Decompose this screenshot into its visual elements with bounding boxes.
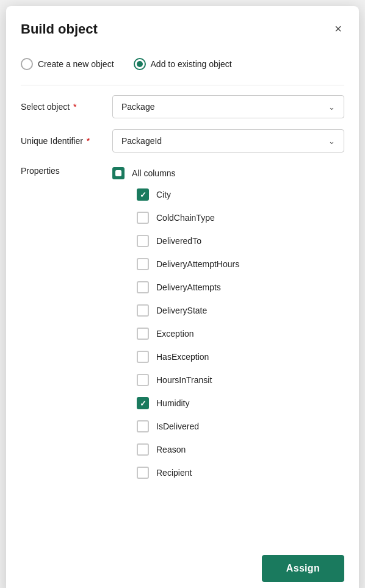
deliveredto-label: DeliveredTo (156, 236, 201, 246)
all-columns-label: All columns (132, 168, 176, 178)
isdelivered-checkbox[interactable] (137, 420, 149, 432)
list-item: Humidity (112, 392, 239, 415)
deliveredto-checkbox[interactable] (137, 235, 149, 247)
unique-identifier-label: Unique Identifier * (21, 136, 112, 146)
unique-identifier-dropdown[interactable]: PackageId ⌄ (112, 129, 344, 152)
unique-identifier-field: Unique Identifier * PackageId ⌄ (21, 129, 344, 152)
add-to-existing-radio[interactable]: Add to existing object (134, 58, 232, 70)
coldchaintype-checkbox[interactable] (137, 212, 149, 224)
recipient-label: Recipient (156, 468, 192, 478)
divider (21, 85, 344, 85)
build-object-dialog: Build object × Create a new object Add t… (6, 6, 359, 588)
humidity-label: Humidity (156, 398, 189, 408)
unique-identifier-value: PackageId (121, 136, 162, 146)
radio-circle-create (21, 58, 33, 70)
hasexception-label: HasException (156, 352, 209, 362)
list-item: DeliveryAttempts (112, 276, 239, 299)
select-object-value: Package (121, 102, 154, 112)
dropdown-arrow-id: ⌄ (328, 137, 335, 146)
exception-checkbox[interactable] (137, 328, 149, 340)
list-item: Recipient (112, 461, 239, 484)
close-icon: × (334, 22, 342, 36)
hoursintransit-checkbox[interactable] (137, 374, 149, 386)
hoursintransit-label: HoursInTransit (156, 375, 212, 385)
coldchaintype-label: ColdChainType (156, 213, 215, 223)
reason-label: Reason (156, 445, 186, 454)
select-object-field: Select object * Package ⌄ (21, 95, 344, 118)
list-item: City (112, 183, 239, 206)
dialog-body: Create a new object Add to existing obje… (6, 48, 359, 545)
list-item: ColdChainType (112, 206, 239, 229)
properties-label: Properties (21, 163, 112, 176)
required-star-id: * (84, 136, 90, 146)
list-item: HoursInTransit (112, 368, 239, 392)
assign-button[interactable]: Assign (262, 555, 344, 582)
dialog-header: Build object × (6, 6, 359, 48)
list-item: IsDelivered (112, 415, 239, 438)
close-button[interactable]: × (332, 20, 344, 38)
properties-section: Properties All columns City ColdChainTyp… (21, 163, 344, 484)
deliverystate-checkbox[interactable] (137, 304, 149, 317)
city-checkbox[interactable] (137, 188, 149, 201)
dialog-footer: Assign (6, 545, 359, 588)
city-label: City (156, 190, 171, 199)
list-item: HasException (112, 345, 239, 368)
radio-group: Create a new object Add to existing obje… (21, 48, 344, 82)
list-item: DeliveredTo (112, 229, 239, 253)
exception-label: Exception (156, 329, 193, 339)
deliveryattempts-label: DeliveryAttempts (156, 282, 221, 292)
all-columns-checkbox[interactable] (112, 167, 125, 179)
humidity-checkbox[interactable] (137, 397, 149, 409)
create-new-object-radio[interactable]: Create a new object (21, 58, 114, 70)
reason-checkbox[interactable] (137, 443, 149, 456)
dropdown-arrow-select: ⌄ (328, 102, 335, 112)
radio-label-create: Create a new object (38, 59, 114, 69)
radio-circle-existing (134, 58, 146, 70)
properties-list: All columns City ColdChainType Delivered… (112, 163, 239, 484)
list-item: Exception (112, 322, 239, 345)
all-columns-row: All columns (112, 163, 239, 183)
list-item: DeliveryState (112, 299, 239, 322)
dialog-title: Build object (21, 21, 98, 37)
deliverystate-label: DeliveryState (156, 306, 207, 315)
deliveryattempthours-checkbox[interactable] (137, 258, 149, 270)
recipient-checkbox[interactable] (137, 467, 149, 479)
list-item: DeliveryAttemptHours (112, 253, 239, 276)
deliveryattempts-checkbox[interactable] (137, 281, 149, 293)
list-item: Reason (112, 438, 239, 461)
select-object-label: Select object * (21, 102, 112, 112)
hasexception-checkbox[interactable] (137, 351, 149, 363)
select-object-dropdown[interactable]: Package ⌄ (112, 95, 344, 118)
deliveryattempthours-label: DeliveryAttemptHours (156, 259, 239, 269)
radio-label-existing: Add to existing object (151, 59, 232, 69)
isdelivered-label: IsDelivered (156, 421, 199, 431)
required-star-select: * (71, 102, 76, 112)
